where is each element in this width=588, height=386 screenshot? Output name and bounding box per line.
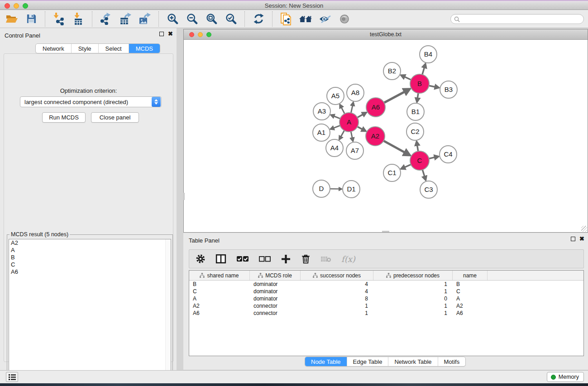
tab-style[interactable]: Style — [72, 44, 99, 53]
graph-node-B1[interactable]: B1 — [407, 103, 424, 120]
graph-node-B2[interactable]: B2 — [383, 62, 401, 80]
graph-edge-A-A8[interactable] — [351, 105, 352, 113]
graph-edge-A-A2[interactable] — [358, 127, 363, 129]
mcds-result-item[interactable]: B — [9, 254, 171, 261]
tab-network-table[interactable]: Network Table — [388, 357, 438, 366]
mcds-result-item[interactable]: A6 — [9, 268, 171, 276]
graph-node-A5[interactable]: A5 — [327, 87, 344, 105]
graph-edge-A6-B[interactable] — [384, 92, 405, 103]
graph-node-A4[interactable]: A4 — [326, 139, 343, 157]
window-titlebar[interactable]: Session: New Session — [0, 0, 588, 10]
show-columns-button[interactable] — [215, 253, 226, 265]
search-input[interactable] — [462, 16, 579, 22]
graph-node-B3[interactable]: B3 — [440, 81, 457, 98]
graph-node-B4[interactable]: B4 — [420, 46, 437, 63]
mcds-result-list[interactable]: A2ABCA6 — [9, 239, 171, 383]
open-session-button[interactable] — [4, 11, 20, 27]
graph-node-C[interactable]: C — [410, 151, 429, 170]
memory-button[interactable]: Memory — [547, 372, 584, 382]
graph-edge-B-B1[interactable] — [417, 93, 418, 98]
show-graphics-button[interactable] — [336, 11, 353, 27]
graph-edge-A2-C[interactable] — [383, 141, 405, 152]
network-canvas[interactable]: B4B2BB3A8A5A6B1A3AC2A1A2A4A7C4CC1C3DD1 — [184, 40, 588, 232]
show-panels-button[interactable] — [6, 372, 18, 382]
column-header-shared-name[interactable]: shared name — [189, 271, 250, 280]
search-field[interactable] — [450, 14, 584, 24]
delete-table-button[interactable] — [320, 253, 331, 265]
export-network-button[interactable] — [98, 11, 114, 27]
zoom-selected-button[interactable] — [223, 11, 239, 27]
column-header-name[interactable]: name — [453, 271, 488, 280]
graph-node-A[interactable]: A — [339, 113, 359, 132]
select-all-button[interactable] — [236, 253, 249, 265]
float-panel-icon[interactable] — [571, 237, 575, 241]
graph-node-A3[interactable]: A3 — [313, 103, 330, 120]
function-builder-button[interactable]: f(x) — [341, 253, 355, 265]
graph-node-A8[interactable]: A8 — [347, 84, 364, 101]
graph-edge-A-A1[interactable] — [334, 125, 340, 128]
table-row[interactable]: A2connector11A2 — [189, 302, 583, 310]
graph-edge-A-A6[interactable] — [357, 114, 363, 118]
add-row-button[interactable] — [281, 253, 291, 265]
zoom-out-button[interactable] — [184, 11, 200, 27]
run-mcds-button[interactable]: Run MCDS — [42, 112, 86, 123]
table-options-button[interactable] — [196, 253, 206, 265]
graph-node-C2[interactable]: C2 — [406, 123, 424, 140]
mcds-result-item[interactable]: A — [9, 247, 171, 254]
close-panel-icon[interactable]: ✖ — [168, 31, 173, 37]
zoom-fit-button[interactable] — [203, 11, 220, 27]
save-session-button[interactable] — [23, 11, 39, 27]
tab-network[interactable]: Network — [36, 44, 72, 53]
graph-node-C4[interactable]: C4 — [440, 146, 457, 163]
graph-node-B[interactable]: B — [410, 74, 429, 93]
column-header-MCDS-role[interactable]: MCDS role — [250, 271, 301, 280]
import-table-button[interactable] — [70, 11, 86, 27]
graph-node-A2[interactable]: A2 — [366, 127, 385, 146]
network-window-titlebar[interactable]: testGlobe.txt — [184, 29, 588, 40]
graph-edge-C-C3[interactable] — [422, 170, 425, 176]
graph-edge-B-B3[interactable] — [429, 86, 435, 87]
graph-node-A7[interactable]: A7 — [346, 142, 363, 159]
table-row[interactable]: Bdominator41B — [189, 281, 583, 288]
deselect-all-button[interactable] — [259, 253, 271, 265]
home-view-button[interactable] — [297, 11, 314, 27]
table-row[interactable]: A6connector11A6 — [189, 310, 583, 317]
close-panel-icon[interactable]: ✖ — [579, 236, 584, 242]
column-header-predecessor-nodes[interactable]: predecessor nodes — [373, 271, 453, 280]
delete-row-button[interactable] — [301, 253, 311, 265]
import-network-button[interactable] — [51, 11, 67, 27]
graph-edge-A-A4[interactable] — [341, 130, 344, 136]
graph-node-D1[interactable]: D1 — [343, 181, 360, 198]
graph-edge-A-A3[interactable] — [334, 116, 340, 119]
splitter-handle[interactable] — [382, 231, 389, 232]
graph-node-A6[interactable]: A6 — [366, 98, 385, 117]
close-panel-button[interactable]: Close panel — [91, 112, 139, 123]
column-header-successor-nodes[interactable]: successor nodes — [301, 271, 373, 280]
graph-node-C1[interactable]: C1 — [383, 164, 401, 181]
graph-edge-C-C4[interactable] — [429, 157, 435, 159]
export-image-button[interactable] — [137, 11, 153, 27]
graph-node-D[interactable]: D — [313, 180, 330, 197]
tab-motifs[interactable]: Motifs — [438, 357, 466, 366]
graph-edge-A-A7[interactable] — [351, 132, 352, 138]
new-network-from-file-button[interactable] — [278, 11, 294, 27]
tab-node-table[interactable]: Node Table — [305, 357, 347, 366]
hide-graphics-button[interactable] — [317, 11, 333, 27]
splitter-handle[interactable] — [183, 193, 185, 200]
table-row[interactable]: Adominator80A — [189, 295, 583, 302]
list-scrollbar[interactable] — [165, 239, 171, 382]
mcds-result-item[interactable]: C — [9, 261, 171, 268]
table-row[interactable]: Cdominator41C — [189, 288, 583, 295]
float-panel-icon[interactable] — [159, 32, 164, 36]
mcds-result-item[interactable]: A2 — [9, 239, 171, 247]
graph-node-A1[interactable]: A1 — [313, 124, 330, 141]
tab-mcds[interactable]: MCDS — [129, 44, 160, 53]
zoom-in-button[interactable] — [164, 11, 181, 27]
graph-edge-C-C1[interactable] — [405, 164, 411, 167]
graph-edge-A-A5[interactable] — [341, 108, 344, 114]
tab-edge-table[interactable]: Edge Table — [347, 357, 389, 366]
export-table-button[interactable] — [117, 11, 134, 27]
graph-edge-B-B2[interactable] — [405, 77, 411, 80]
resize-grip[interactable] — [581, 226, 587, 232]
graph-edge-C-C2[interactable] — [417, 145, 418, 151]
